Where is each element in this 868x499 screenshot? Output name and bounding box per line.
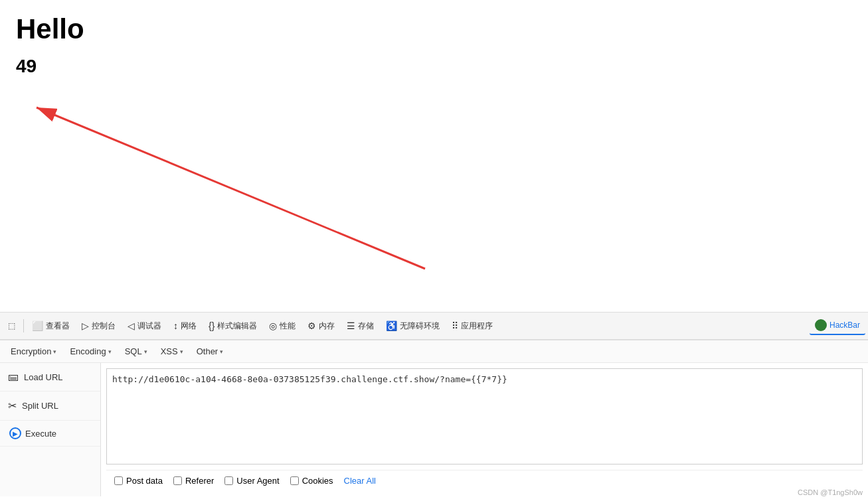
xss-chevron-icon: ▾ [180,348,183,355]
hackbar-panel: Encryption ▾ Encoding ▾ SQL ▾ XSS ▾ Othe… [0,340,868,499]
post-data-label: Post data [126,476,163,486]
devtools-viewer-btn[interactable]: ⬜ 查看器 [27,318,75,334]
load-url-button[interactable]: 🖴 Load URL [0,363,100,392]
toolbar-divider-1 [23,319,24,332]
svg-line-1 [37,107,425,269]
sql-menu[interactable]: SQL ▾ [120,344,153,358]
red-arrow [0,66,465,279]
cookies-label: Cookies [302,476,333,486]
devtools-performance-btn[interactable]: ◎ 性能 [264,318,301,334]
referer-label: Referer [185,476,214,486]
execute-icon: ▶ [9,427,21,439]
network-label: 网络 [181,321,197,332]
style-icon: {} [209,321,215,331]
devtools-application-btn[interactable]: ⠿ 应用程序 [446,318,498,334]
devtools-storage-btn[interactable]: ☰ 存储 [341,318,379,334]
devtools-toolbar: ⬚ ⬜ 查看器 ▷ 控制台 ◁ 调试器 ↕ 网络 {} 样式编辑器 ◎ 性能 ⚙… [0,312,868,340]
encryption-chevron-icon: ▾ [53,348,56,355]
hackbar-url-area: Post data Referer User Agent Cookies Cle… [101,363,868,496]
viewer-icon: ⬜ [32,321,43,331]
referer-checkbox[interactable] [173,476,182,485]
devtools-accessibility-btn[interactable]: ♿ 无障碍环境 [381,318,445,334]
accessibility-label: 无障碍环境 [400,321,440,332]
hackbar-tab-btn[interactable]: HackBar [810,317,865,335]
viewer-label: 查看器 [46,321,70,332]
memory-label: 内存 [319,321,335,332]
cookies-option[interactable]: Cookies [290,476,333,486]
performance-icon: ◎ [269,321,277,331]
page-title: Hello [16,13,852,45]
hackbar-options-row: Post data Referer User Agent Cookies Cle… [106,470,863,491]
encoding-label: Encoding [70,346,106,356]
execute-button[interactable]: ▶ Execute [0,421,100,447]
other-chevron-icon: ▾ [220,348,223,355]
storage-icon: ☰ [347,321,355,331]
accessibility-icon: ♿ [386,321,397,331]
page-number: 49 [16,56,852,77]
execute-label: Execute [25,429,56,439]
encoding-chevron-icon: ▾ [108,348,112,355]
sql-label: SQL [125,346,142,356]
devtools-inspect-btn[interactable]: ⬚ [3,319,21,333]
inspect-icon: ⬚ [8,321,15,330]
application-label: 应用程序 [461,321,493,332]
devtools-debugger-btn[interactable]: ◁ 调试器 [122,318,167,334]
load-url-label: Load URL [24,372,63,382]
memory-icon: ⚙ [307,321,316,331]
console-icon: ▷ [82,321,89,331]
devtools-network-btn[interactable]: ↕ 网络 [168,318,202,334]
post-data-checkbox[interactable] [114,476,123,485]
split-url-label: Split URL [22,401,58,411]
other-menu[interactable]: Other ▾ [191,344,229,358]
user-agent-option[interactable]: User Agent [224,476,279,486]
xss-label: XSS [161,346,178,356]
split-url-button[interactable]: ✂ Split URL [0,392,100,421]
referer-option[interactable]: Referer [173,476,214,486]
encryption-label: Encryption [11,346,51,356]
xss-menu[interactable]: XSS ▾ [155,344,189,358]
post-data-option[interactable]: Post data [114,476,163,486]
user-agent-label: User Agent [236,476,279,486]
hackbar-body: 🖴 Load URL ✂ Split URL ▶ Execute Post da… [0,363,868,496]
load-url-icon: 🖴 [8,371,19,383]
encryption-menu[interactable]: Encryption ▾ [5,344,62,358]
hackbar-tab-label: HackBar [829,321,860,330]
devtools-memory-btn[interactable]: ⚙ 内存 [302,318,340,334]
split-url-icon: ✂ [8,399,17,412]
devtools-console-btn[interactable]: ▷ 控制台 [76,318,121,334]
user-agent-checkbox[interactable] [224,476,233,485]
storage-label: 存储 [358,321,374,332]
devtools-style-btn[interactable]: {} 样式编辑器 [203,318,262,334]
encoding-menu[interactable]: Encoding ▾ [64,344,116,358]
hackbar-sidebar: 🖴 Load URL ✂ Split URL ▶ Execute [0,363,101,496]
watermark: CSDN @T1ngSh0w [798,488,863,496]
network-icon: ↕ [173,321,178,331]
debugger-label: 调试器 [137,321,161,332]
cookies-checkbox[interactable] [290,476,299,485]
performance-label: 性能 [280,321,296,332]
sql-chevron-icon: ▾ [144,348,147,355]
application-icon: ⠿ [452,321,458,331]
style-label: 样式编辑器 [217,321,257,332]
url-input[interactable] [106,368,863,464]
hackbar-avatar-icon [815,319,827,331]
console-label: 控制台 [92,321,116,332]
clear-all-button[interactable]: Clear All [344,476,376,486]
other-label: Other [197,346,218,356]
hackbar-menu-row: Encryption ▾ Encoding ▾ SQL ▾ XSS ▾ Othe… [0,340,868,363]
debugger-icon: ◁ [128,321,135,331]
